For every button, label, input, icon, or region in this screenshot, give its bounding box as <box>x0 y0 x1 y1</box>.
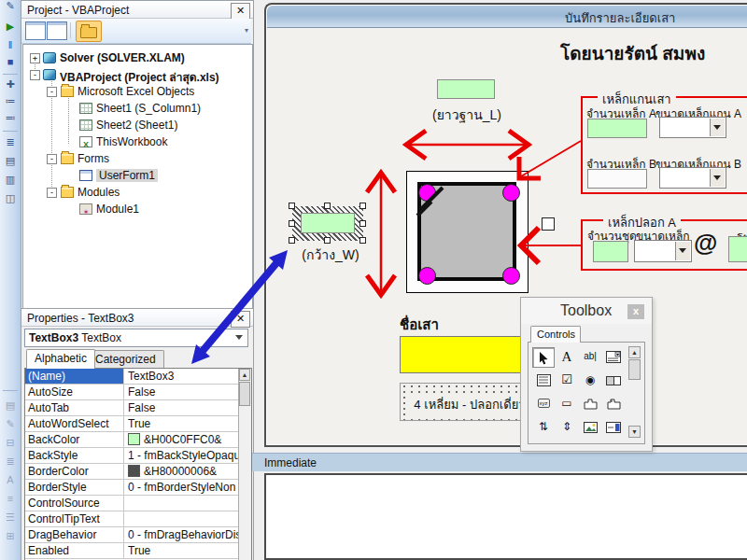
scroll-up-icon[interactable]: ▲ <box>239 369 250 381</box>
resize-handle[interactable] <box>289 237 295 244</box>
tabstrip-tool[interactable] <box>579 394 601 414</box>
watch-window-icon[interactable]: ▥ <box>0 174 21 186</box>
set-count-textbox[interactable] <box>593 241 628 262</box>
tab-alphabetic[interactable]: Alphabetic <box>26 349 95 369</box>
commandbutton-tool[interactable]: ▭ <box>556 394 578 414</box>
resize-handle[interactable] <box>324 203 331 209</box>
view-object-button[interactable] <box>47 21 67 40</box>
expand-icon[interactable]: + <box>30 53 40 63</box>
stirrup-size-combobox[interactable] <box>634 240 692 262</box>
resize-handle[interactable] <box>324 237 331 244</box>
menu-icon[interactable]: ☰ <box>0 511 21 524</box>
form-view-icon[interactable]: ▤ <box>0 155 21 167</box>
base-length-textbox[interactable] <box>437 79 495 99</box>
sheet-icon[interactable]: ▤ <box>0 399 21 412</box>
immediate-window-body[interactable] <box>264 473 747 560</box>
tree-item-thisworkbook[interactable]: ThisWorkbook <box>23 133 252 150</box>
property-row: BackStyle 1 - fmBackStyleOpaqu <box>25 448 251 464</box>
design-mode-icon[interactable]: ✎ <box>0 0 21 12</box>
spinbutton-tool[interactable]: ⇕ <box>556 417 578 438</box>
size-b-combobox[interactable] <box>659 167 726 189</box>
multipage-tool[interactable] <box>602 394 625 414</box>
dropdown-icon[interactable] <box>675 242 690 260</box>
togglebutton-tool[interactable] <box>602 371 625 391</box>
indent-icon[interactable]: ≔ <box>0 95 21 107</box>
textbox-tool[interactable]: ab| <box>579 347 601 368</box>
label-tool[interactable]: A <box>556 347 578 368</box>
spacing-textbox[interactable] <box>728 236 747 262</box>
tree-item-forms[interactable]: - Forms <box>23 150 252 167</box>
image-tool[interactable] <box>579 417 601 438</box>
scrollbar-tool[interactable]: ⇅ <box>532 417 555 438</box>
shape-button[interactable]: 4 เหลี่ยม - ปลอกเดี่ยว <box>400 383 540 421</box>
tree-item-sheet2[interactable]: Sheet2 (Sheet1) <box>23 117 252 133</box>
grid-icon[interactable]: ⊞ <box>0 530 21 542</box>
align-icon[interactable]: ≡ <box>0 493 21 504</box>
collapse-icon[interactable]: - <box>47 188 57 198</box>
scroll-down-icon[interactable]: ▼ <box>628 426 641 438</box>
checkbox-tool[interactable]: ☑ <box>556 371 578 391</box>
resize-handle[interactable] <box>289 203 295 209</box>
dropdown-icon[interactable] <box>710 169 725 187</box>
object-browser-icon[interactable]: ◫ <box>0 192 21 204</box>
tree-item-solver[interactable]: + Solver (SOLVER.XLAM) <box>23 49 252 66</box>
collapse-icon[interactable]: - <box>47 154 57 164</box>
tab-controls[interactable]: Controls <box>530 326 581 343</box>
dropdown-icon[interactable] <box>710 119 725 136</box>
checkbox[interactable] <box>542 217 555 231</box>
run-macro-icon[interactable]: ▶ <box>0 21 21 33</box>
outdent-icon[interactable]: ≕ <box>0 112 21 124</box>
scrollbar-thumb[interactable] <box>239 382 250 406</box>
select-tool[interactable] <box>532 347 555 368</box>
project-close-button[interactable]: ✕ <box>231 3 250 20</box>
count-b-textbox[interactable] <box>587 169 647 189</box>
resize-handle[interactable] <box>359 220 366 227</box>
scroll-up-icon[interactable]: ▲ <box>628 346 641 358</box>
property-row: BackColor &H00C0FFC0& <box>25 432 251 448</box>
count-a-textbox[interactable] <box>587 119 647 138</box>
font-icon[interactable]: A <box>0 474 21 485</box>
refedit-tool[interactable] <box>602 417 625 438</box>
properties-close-button[interactable]: ✕ <box>231 311 250 328</box>
resize-handle[interactable] <box>289 220 295 227</box>
toolbox-scrollbar[interactable]: ▲ ▼ <box>628 346 641 438</box>
scrollbar-thumb[interactable] <box>628 359 641 380</box>
library-icon <box>43 52 56 63</box>
size-a-combobox[interactable] <box>659 117 726 138</box>
tree-item-sheet1[interactable]: Sheet1 (S_Column1) <box>23 100 252 117</box>
collapse-icon[interactable]: - <box>47 87 57 97</box>
resize-handle[interactable] <box>359 237 366 244</box>
object-selector[interactable]: TextBox3 TextBox <box>24 329 248 347</box>
tab-categorized[interactable]: Categorized <box>87 350 164 368</box>
hand-icon[interactable]: ✚ <box>0 78 21 91</box>
tree-item-excel-objects[interactable]: - Microsoft Excel Objects <box>23 83 252 100</box>
toggle-folders-button[interactable] <box>76 21 102 42</box>
resize-handle[interactable] <box>359 203 366 209</box>
optionbutton-tool[interactable]: ◉ <box>579 371 601 391</box>
collapse-icon[interactable]: - <box>30 70 40 80</box>
break-icon[interactable]: ‖ <box>0 39 21 50</box>
listbox-tool[interactable] <box>532 371 555 391</box>
width-textbox-selected[interactable] <box>301 213 355 233</box>
properties-panel-title[interactable]: Properties - TextBox3 <box>21 309 253 327</box>
frame-tool[interactable]: xyz <box>532 394 555 414</box>
project-panel-title[interactable]: Project - VBAProject <box>21 1 253 19</box>
toolbar-grip[interactable] <box>3 390 18 391</box>
column-name-textbox[interactable] <box>400 336 540 373</box>
reset-icon[interactable]: ■ <box>0 56 21 67</box>
toolbox-titlebar[interactable]: Toolbox x <box>521 298 652 324</box>
view-code-button[interactable] <box>25 21 46 40</box>
collapse-icon[interactable]: ⊟ <box>0 437 21 449</box>
edit-icon[interactable]: ✎ <box>0 418 21 430</box>
tree-item-module1[interactable]: Module1 <box>23 201 252 217</box>
lines-icon[interactable]: ≣ <box>0 455 21 468</box>
toolbox-close-button[interactable]: x <box>627 304 644 319</box>
tree-item-userform1[interactable]: UserForm1 <box>23 167 252 184</box>
properties-scrollbar[interactable]: ▲ <box>238 369 251 560</box>
combobox-tool[interactable] <box>602 347 625 368</box>
list-icon[interactable]: ≣ <box>0 136 21 148</box>
tree-item-vbaproject[interactable]: - VBAProject (Project ล่าสุด.xls) <box>23 66 252 83</box>
toolbar-overflow-icon[interactable]: ▾ <box>245 26 248 35</box>
immediate-window-titlebar[interactable]: Immediate <box>252 453 747 471</box>
tree-item-modules[interactable]: - Modules <box>23 184 252 201</box>
